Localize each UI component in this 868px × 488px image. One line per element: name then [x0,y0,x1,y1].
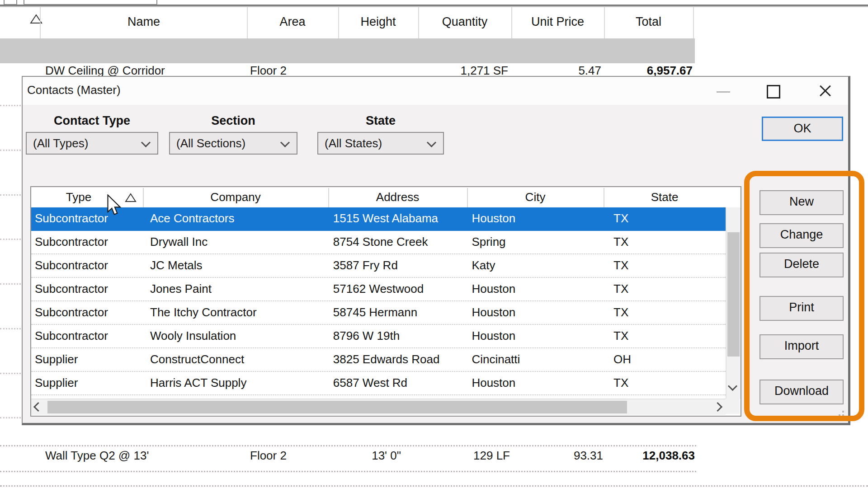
cell-state: TX [603,301,726,324]
cell-address: 57162 Westwood [330,278,467,300]
close-button[interactable] [818,84,832,98]
scroll-right-icon[interactable] [713,402,722,412]
table-row[interactable]: Supplier Harris ACT Supply 6587 West Rd … [31,372,726,395]
column-header-company[interactable]: Company [143,187,328,207]
cell-address: 3825 Edwards Road [330,348,467,371]
table-row[interactable]: Subcontractor Ace Contractors 1515 West … [31,207,726,231]
screen: Name Area Height Quantity Unit Price Tot… [0,0,868,488]
column-header-city[interactable]: City [467,187,604,207]
cell-city: Houston [467,372,603,394]
row-divider [0,417,21,418]
row-divider [0,328,21,329]
cell-name: Wall Type Q2 @ 13' [45,449,244,462]
scrollbar-corner [726,399,740,414]
state-value: (All States) [325,133,382,154]
scrollbar-thumb[interactable] [727,232,740,357]
cell-address: 1515 West Alabama [330,207,467,231]
cell-unit-price: 93.31 [511,449,603,462]
row-divider [0,194,21,196]
contacts-rows: Subcontractor Ace Contractors 1515 West … [31,207,726,406]
cell-city: Houston [467,301,603,324]
row-divider [0,105,21,106]
cell-city: Cincinatti [467,348,603,371]
cell-company: ConstructConnect [146,348,330,371]
cell-address: 8754 Stone Creek [330,231,467,253]
cell-type: Subcontractor [31,207,146,231]
column-header-quantity[interactable]: Quantity [418,12,511,32]
maximize-button[interactable] [767,85,780,99]
column-header-total[interactable]: Total [604,12,693,32]
cell-area: Floor 2 [250,449,336,462]
cell-company: Wooly Insulation [146,325,330,347]
table-row[interactable]: Subcontractor Wooly Insulation 8796 W 19… [31,325,726,348]
section-select[interactable]: (All Sections) [169,132,297,155]
table-row[interactable]: Subcontractor Jones Paint 57162 Westwood… [31,278,726,301]
row-divider [0,239,21,240]
sort-triangle-icon[interactable] [125,193,137,203]
cell-state: TX [603,372,726,394]
cell-area: Floor 2 [250,64,336,77]
scroll-left-icon[interactable] [33,402,43,412]
annotation-highlight [744,171,864,421]
column-header-state[interactable]: State [604,187,726,207]
table-row[interactable]: Subcontractor JC Metals 3587 Fry Rd Katy… [31,254,726,278]
minimize-button[interactable] [717,91,730,93]
scrollbar-thumb[interactable] [47,401,627,413]
cell-type: Subcontractor [31,278,146,300]
row-divider [0,373,21,374]
cell-total: 12,038.63 [604,449,695,462]
cell-quantity: 129 LF [418,449,510,462]
row-divider [0,485,868,487]
column-header-address[interactable]: Address [328,187,467,207]
ok-button[interactable]: OK [762,117,843,141]
contact-type-value: (All Types) [33,133,88,154]
state-label: State [317,114,444,128]
cell-name: DW Ceiling @ Corridor [45,64,244,77]
row-divider [0,471,696,472]
table-row[interactable]: Subcontractor The Itchy Contractor 58745… [31,301,726,325]
row-divider [0,150,21,151]
column-header-unit-price[interactable]: Unit Price [511,12,604,32]
mouse-cursor [105,194,122,217]
vertical-scrollbar[interactable] [726,207,741,399]
table-row[interactable]: Supplier ConstructConnect 3825 Edwards R… [31,348,726,372]
cell-company: Jones Paint [146,278,330,300]
empty-selected-row[interactable] [0,38,695,63]
dialog-title: Contacts (Master) [27,83,121,97]
cell-unit-price: 5.47 [511,64,601,77]
chevron-down-icon [141,138,151,147]
column-header-area[interactable]: Area [247,12,338,32]
state-select[interactable]: (All States) [317,132,444,155]
cell-address: 8796 W 19th [330,325,467,347]
table-row[interactable]: Subcontractor Drywall Inc 8754 Stone Cre… [31,231,726,254]
cell-address: 3587 Fry Rd [330,254,467,277]
cell-company: Drywall Inc [146,231,330,253]
cell-state: TX [603,231,726,253]
cell-city: Houston [467,325,603,347]
chevron-down-icon [427,138,436,147]
cell-type: Subcontractor [31,301,146,324]
cell-type: Subcontractor [31,231,146,253]
cell-state: TX [603,207,726,231]
horizontal-scrollbar[interactable] [31,399,726,415]
divider [0,6,868,7]
cell-height: 13' 0" [338,449,401,462]
cell-state: TX [603,254,726,277]
cell-quantity: 1,271 SF [418,64,508,77]
dialog-titlebar[interactable]: Contacts (Master) [23,77,848,105]
cell-type: Supplier [31,348,146,371]
column-header-height[interactable]: Height [338,12,418,32]
section-label: Section [169,114,297,128]
cell-type: Subcontractor [31,254,146,277]
cell-address: 6587 West Rd [330,372,467,394]
cell-city: Spring [467,231,603,253]
contact-type-select[interactable]: (All Types) [26,132,158,155]
column-header-name[interactable]: Name [41,12,247,32]
scroll-down-icon[interactable] [728,381,737,391]
cell-type: Subcontractor [31,325,146,347]
cell-address: 58745 Hermann [330,301,467,324]
cell-state: TX [603,278,726,300]
cell-type: Supplier [31,372,146,394]
contacts-dialog: Contacts (Master) Contact Type Section S… [22,76,850,425]
row-divider [0,283,21,285]
